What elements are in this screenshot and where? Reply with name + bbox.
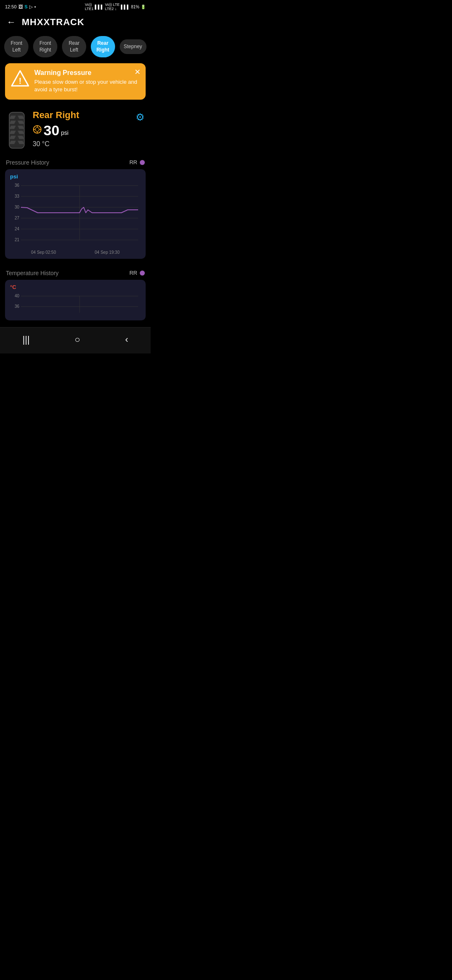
status-left: 12:50 🖼 S ▷ • [5, 4, 36, 10]
dot-icon: • [34, 4, 36, 9]
svg-text:36: 36 [15, 183, 20, 188]
header: ← MHXXTRACK [0, 13, 151, 33]
svg-text:40: 40 [15, 294, 20, 298]
status-right: Vo))LTE1 ▌▌▌ Vo)) LTELTE2 ↓ ▌▌▌ 81% 🔋 [85, 3, 146, 11]
timestamp-1: 04 Sep 02:50 [31, 250, 56, 255]
temperature-legend-dot [140, 271, 145, 276]
play-icon: ▷ [29, 4, 33, 10]
s-icon: S [25, 4, 28, 9]
tab-row: FrontLeft FrontRight RearLeft RearRight … [0, 33, 151, 63]
warning-body: Please slow down or stop your vehicle an… [34, 78, 140, 93]
warning-banner: ! Warning Pressure Please slow down or s… [5, 63, 146, 99]
network-label: Vo))LTE1 [85, 3, 94, 11]
nav-home-icon[interactable]: ○ [74, 334, 80, 345]
status-bar: 12:50 🖼 S ▷ • Vo))LTE1 ▌▌▌ Vo)) LTELTE2 … [0, 0, 151, 13]
pressure-chart-container: psi 36 33 30 27 24 21 04 Sep 02:50 04 Se… [5, 169, 146, 259]
pressure-chart-timestamps: 04 Sep 02:50 04 Sep 19:30 [8, 248, 142, 255]
timestamp-2: 04 Sep 19:30 [95, 250, 120, 255]
pressure-history-title: Pressure History [6, 159, 49, 166]
pressure-chart-svg: 36 33 30 27 24 21 [8, 181, 142, 248]
pressure-icon [33, 125, 42, 136]
signal2-icon: ▌▌▌ [121, 5, 130, 9]
temperature-chart-container: °C 40 36 [5, 280, 146, 320]
warning-title: Warning Pressure [34, 69, 140, 77]
tyre-image [6, 111, 28, 151]
back-button[interactable]: ← [7, 17, 16, 28]
svg-text:21: 21 [15, 237, 20, 242]
tab-front-right[interactable]: FrontRight [33, 36, 57, 57]
temperature-history-title: Temperature History [6, 270, 59, 276]
tyre-name-label: Rear Right [33, 110, 145, 121]
photo-icon: 🖼 [18, 4, 23, 9]
bottom-nav: ||| ○ ‹ [0, 327, 151, 353]
temperature-chart-svg: 40 36 [8, 292, 142, 317]
nav-back-icon[interactable]: ‹ [125, 334, 128, 345]
svg-text:27: 27 [15, 216, 20, 220]
svg-text:30: 30 [15, 205, 20, 209]
warning-text-block: Warning Pressure Please slow down or sto… [34, 69, 140, 93]
pressure-row: 30 psi [33, 122, 145, 139]
nav-menu-icon[interactable]: ||| [23, 334, 30, 345]
settings-gear-icon[interactable]: ⚙ [136, 111, 145, 123]
temperature-history-header: Temperature History RR [0, 266, 151, 280]
time-display: 12:50 [5, 4, 17, 9]
pressure-history-header: Pressure History RR [0, 155, 151, 169]
svg-point-16 [35, 127, 39, 131]
warning-close-button[interactable]: ✕ [134, 67, 141, 77]
signal1-icon: ▌▌▌ [95, 5, 104, 9]
svg-text:33: 33 [15, 194, 20, 199]
pressure-chart-y-label: psi [8, 173, 142, 180]
warning-triangle-icon: ! [11, 69, 29, 90]
tyre-info-block: Rear Right 30 psi 30 °C [33, 110, 145, 148]
app-title: MHXXTRACK [22, 17, 85, 28]
tab-rear-left[interactable]: RearLeft [62, 36, 86, 57]
svg-text:36: 36 [15, 304, 20, 309]
battery-label: 81% [131, 5, 139, 9]
pressure-unit: psi [61, 129, 69, 136]
network2-label: Vo)) LTELTE2 ↓ [105, 3, 120, 11]
pressure-value: 30 [44, 122, 59, 139]
tab-stepney[interactable]: Stepney [120, 39, 146, 54]
temperature-chart-y-label: °C [8, 284, 142, 290]
tyre-card: Rear Right 30 psi 30 °C ⚙ [0, 106, 151, 155]
tab-front-left[interactable]: FrontLeft [4, 36, 28, 57]
battery-icon: 🔋 [141, 5, 146, 9]
pressure-legend-dot [140, 160, 145, 165]
temperature-legend: RR [129, 270, 145, 276]
svg-text:24: 24 [15, 227, 20, 231]
pressure-legend: RR [129, 159, 145, 165]
tyre-temperature: 30 °C [33, 140, 145, 148]
svg-text:!: ! [19, 76, 22, 85]
tab-rear-right[interactable]: RearRight [91, 36, 115, 57]
